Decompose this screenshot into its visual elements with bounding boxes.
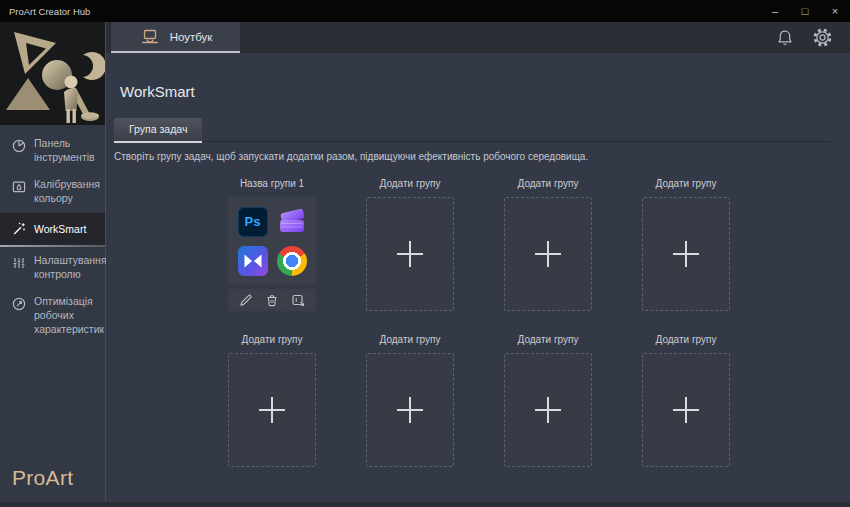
main-content: Ноутбук WorkSmart	[106, 22, 850, 502]
page-description: Створіть групу задач, щоб запускати дода…	[114, 151, 850, 162]
performance-gauge-icon	[11, 296, 27, 316]
task-group-card: Ps	[228, 197, 316, 311]
sidebar-item-label: Панель інструментів	[34, 137, 100, 164]
delete-icon[interactable]	[264, 292, 280, 308]
sidebar-item-worksmart[interactable]: WorkSmart	[0, 213, 105, 248]
sidebar-item-label: Оптимізація робочих характеристик	[34, 295, 104, 336]
plus-icon	[397, 241, 423, 267]
display-calibration-icon	[11, 179, 27, 199]
topbar-actions	[775, 22, 850, 53]
group-cell: Додати групу	[504, 334, 592, 467]
plus-icon	[397, 397, 423, 423]
group-cell: Додати групу	[642, 334, 730, 467]
launch-icon[interactable]	[290, 292, 306, 308]
proart-artwork	[0, 22, 105, 125]
sidebar-item-label: WorkSmart	[34, 223, 86, 237]
window-title: ProArt Creator Hub	[0, 6, 760, 17]
add-group-card[interactable]	[366, 353, 454, 467]
gear-icon[interactable]	[812, 27, 833, 48]
group-cell: Додати групу	[228, 334, 316, 467]
minimize-button[interactable]: –	[760, 0, 790, 22]
clipchamp-icon	[277, 207, 307, 237]
task-group-apps[interactable]: Ps	[228, 197, 316, 285]
window-titlebar: ProArt Creator Hub – □ ×	[0, 0, 850, 22]
photoshop-icon: Ps	[238, 207, 268, 237]
add-group-label: Додати групу	[228, 334, 316, 347]
add-group-label: Додати групу	[642, 334, 730, 347]
group-name: Назва групи 1	[228, 178, 316, 191]
plus-icon	[535, 241, 561, 267]
bell-icon[interactable]	[775, 28, 795, 48]
add-group-label: Додати групу	[642, 178, 730, 191]
plus-icon	[535, 397, 561, 423]
sidebar-item-label: Налаштування контролю	[34, 254, 107, 281]
magic-wand-icon	[11, 221, 27, 241]
worksmart-page: WorkSmart Група задач Створіть групу зад…	[106, 53, 850, 467]
add-group-card[interactable]	[504, 197, 592, 311]
tab-bar: Група задач	[114, 118, 830, 142]
device-topbar: Ноутбук	[106, 22, 850, 53]
tab-task-group[interactable]: Група задач	[114, 118, 202, 141]
group-grid: Назва групи 1 Ps	[228, 178, 850, 467]
group-cell: Назва групи 1 Ps	[228, 178, 316, 311]
plus-icon	[259, 397, 285, 423]
device-tab-label: Ноутбук	[170, 31, 213, 43]
add-group-card[interactable]	[642, 197, 730, 311]
add-group-card[interactable]	[366, 197, 454, 311]
control-sliders-icon	[11, 255, 27, 275]
dolby-icon	[238, 246, 268, 276]
group-cell: Додати групу	[642, 178, 730, 311]
sidebar-item-label: Калібрування кольору	[34, 178, 100, 205]
sidebar-item-dashboard[interactable]: Панель інструментів	[0, 130, 105, 171]
sidebar-item-control-settings[interactable]: Налаштування контролю	[0, 247, 105, 288]
page-title: WorkSmart	[120, 83, 850, 100]
group-cell: Додати групу	[504, 178, 592, 311]
maximize-button[interactable]: □	[790, 0, 820, 22]
device-tab-laptop[interactable]: Ноутбук	[111, 22, 240, 53]
laptop-icon	[139, 27, 161, 47]
plus-icon	[673, 397, 699, 423]
add-group-card[interactable]	[228, 353, 316, 467]
proart-logo: ProArt	[0, 466, 105, 502]
add-group-label: Додати групу	[366, 334, 454, 347]
add-group-card[interactable]	[642, 353, 730, 467]
dashboard-pie-icon	[11, 138, 27, 158]
plus-icon	[673, 241, 699, 267]
sidebar-menu: Панель інструментів Калібрування кольору	[0, 125, 105, 466]
app-frame: Панель інструментів Калібрування кольору	[0, 22, 850, 502]
sidebar: Панель інструментів Калібрування кольору	[0, 22, 106, 502]
chrome-icon	[277, 246, 307, 276]
group-cell: Додати групу	[366, 334, 454, 467]
group-cell: Додати групу	[366, 178, 454, 311]
sidebar-item-performance-optimization[interactable]: Оптимізація робочих характеристик	[0, 288, 105, 343]
close-button[interactable]: ×	[820, 0, 850, 22]
add-group-label: Додати групу	[366, 178, 454, 191]
add-group-label: Додати групу	[504, 178, 592, 191]
edit-icon[interactable]	[238, 292, 254, 308]
group-actions	[228, 289, 316, 311]
add-group-label: Додати групу	[504, 334, 592, 347]
add-group-card[interactable]	[504, 353, 592, 467]
sidebar-item-color-calibration[interactable]: Калібрування кольору	[0, 171, 105, 212]
